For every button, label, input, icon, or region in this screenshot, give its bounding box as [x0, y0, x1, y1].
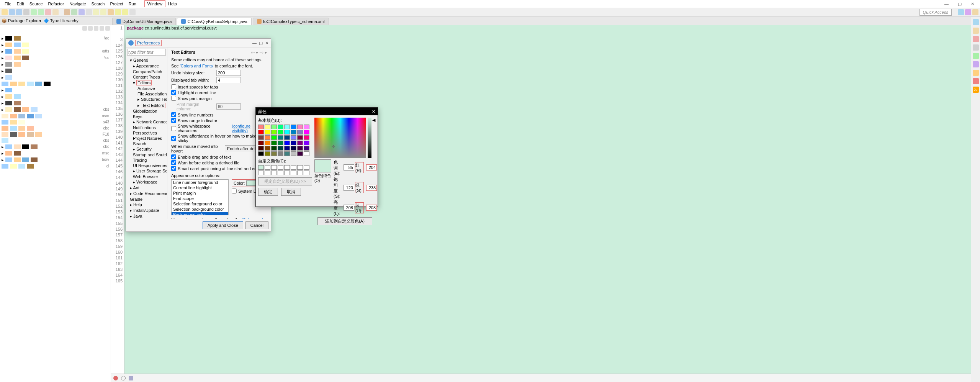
search-view-icon[interactable]: [973, 70, 979, 76]
tree-expand-icon[interactable]: ▸: [2, 62, 4, 67]
last-edit-icon[interactable]: [108, 9, 114, 15]
outline-icon[interactable]: [973, 19, 979, 25]
menu-source[interactable]: Source: [27, 1, 46, 7]
chk-highlight-line[interactable]: [171, 90, 176, 95]
hue-input[interactable]: [344, 164, 354, 171]
coverage-icon[interactable]: [45, 9, 51, 15]
chk-whitespace[interactable]: [171, 126, 176, 131]
save-all-icon[interactable]: [16, 9, 22, 15]
search-icon[interactable]: [86, 9, 92, 15]
prefs-nav-arrows[interactable]: ⇦ ▾ ⇨ ▾: [251, 50, 267, 55]
minimize-icon[interactable]: —: [942, 1, 951, 7]
chk-sys-default[interactable]: [232, 189, 237, 193]
menu-file[interactable]: File: [2, 1, 14, 7]
prefs-tree[interactable]: ▾ General ▸ Appearance Compare/Patch Con…: [126, 57, 167, 219]
save-icon[interactable]: [9, 9, 15, 15]
type-hierarchy-tab[interactable]: 🔷 Type Hierarchy: [44, 18, 79, 23]
link-editor-icon[interactable]: [88, 26, 93, 31]
chk-hover[interactable]: [171, 136, 176, 141]
tree-expand-icon[interactable]: ▸: [2, 75, 4, 80]
b-input[interactable]: [366, 205, 377, 211]
chk-warn-derived[interactable]: [171, 160, 176, 165]
error-log-icon[interactable]: [973, 78, 979, 84]
chk-line-numbers[interactable]: [171, 112, 176, 117]
r-input[interactable]: [366, 164, 377, 171]
overview-icon[interactable]: [129, 376, 133, 380]
pkg-tree[interactable]: ▸\ac ▸ ▸\atts ▸\cc ▸ ▸ ▸ ▸ ▸ ▸ ▸cbs osm …: [0, 33, 111, 382]
ext-tools-icon[interactable]: [52, 9, 59, 15]
tree-expand-icon[interactable]: ▸: [2, 94, 4, 99]
custom-colors-grid[interactable]: [258, 165, 312, 175]
menu-project[interactable]: Project: [107, 1, 126, 7]
perspective-java-icon[interactable]: [958, 9, 964, 15]
open-type-icon[interactable]: [79, 9, 85, 15]
chk-dnd[interactable]: [171, 154, 176, 159]
sat-input[interactable]: [344, 185, 354, 191]
close-icon[interactable]: ✕: [968, 1, 977, 7]
forward-icon[interactable]: [122, 9, 128, 15]
tree-expand-icon[interactable]: ▸: [2, 144, 4, 149]
pin-icon[interactable]: [129, 9, 136, 15]
minimize-view-icon[interactable]: [100, 26, 104, 31]
editor-tab-active[interactable]: CfCusvQryKehuxxSvtpImpl.java: [177, 18, 252, 25]
basic-colors-grid[interactable]: [258, 125, 312, 156]
tree-expand-icon[interactable]: ▸: [2, 88, 4, 93]
menu-edit[interactable]: Edit: [14, 1, 27, 7]
color-ok-button[interactable]: 确定: [258, 188, 278, 196]
tree-expand-icon[interactable]: ▸: [2, 157, 4, 162]
tree-expand-icon[interactable]: ▸: [2, 36, 4, 41]
bookmarks-icon[interactable]: [973, 61, 979, 67]
perspective-debug-icon[interactable]: [965, 9, 971, 15]
pkg-explorer-tab[interactable]: 📦 Package Explorer: [2, 18, 41, 23]
quick-access-input[interactable]: Quick Access: [919, 9, 952, 16]
menu-window[interactable]: Window: [144, 0, 165, 7]
menu-search[interactable]: Search: [89, 1, 108, 7]
back-icon[interactable]: [115, 9, 121, 15]
tree-expand-icon[interactable]: ▸: [2, 101, 4, 106]
tree-expand-icon[interactable]: ▸: [2, 56, 4, 61]
g-input[interactable]: [366, 185, 377, 191]
color-gradient[interactable]: ✛: [314, 118, 366, 158]
maximize-icon[interactable]: ▢: [955, 1, 964, 7]
chk-insert-spaces[interactable]: [171, 84, 176, 89]
breakpoint-icon[interactable]: [113, 376, 118, 380]
new-icon[interactable]: [2, 9, 8, 15]
prefs-minimize-icon[interactable]: —: [252, 41, 257, 46]
run-icon[interactable]: [38, 9, 44, 15]
menu-run[interactable]: Run: [126, 1, 139, 7]
filter-input[interactable]: [127, 49, 166, 56]
lum-arrow-icon[interactable]: ◀: [372, 118, 375, 158]
undo-input[interactable]: [216, 70, 241, 76]
menu-refactor[interactable]: Refactor: [46, 1, 67, 7]
apply-close-button[interactable]: Apply and Close: [203, 221, 243, 229]
debug-icon[interactable]: [31, 9, 37, 15]
tree-expand-icon[interactable]: ▸: [2, 43, 4, 48]
editor-tab[interactable]: DpCommUtilManager.java: [112, 18, 176, 25]
chk-smart-caret[interactable]: [171, 166, 176, 171]
view-menu-icon[interactable]: [94, 26, 98, 31]
luminosity-slider[interactable]: [368, 118, 371, 158]
tasks-icon[interactable]: [973, 28, 979, 34]
color-cancel-button[interactable]: 取消: [281, 188, 301, 196]
color-options-list[interactable]: Line number foregroundCurrent line highl…: [171, 179, 229, 215]
new-class-icon[interactable]: [71, 9, 77, 15]
record-icon[interactable]: [121, 376, 126, 380]
menu-navigate[interactable]: Navigate: [67, 1, 88, 7]
color-dialog-close-icon[interactable]: ✕: [372, 109, 375, 114]
tabwidth-input[interactable]: [216, 77, 241, 83]
chk-print-margin[interactable]: [171, 96, 176, 101]
colors-fonts-link[interactable]: 'Colors and Fonts': [180, 64, 214, 68]
crosshair-icon[interactable]: ✛: [332, 144, 335, 149]
collapse-all-icon[interactable]: [82, 26, 87, 31]
annotation-next-icon[interactable]: [100, 9, 106, 15]
maximize-view-icon[interactable]: [105, 26, 110, 31]
editor-tab[interactable]: IoCfComplexType.c_schema.xml: [253, 18, 329, 25]
tree-expand-icon[interactable]: ▸: [2, 151, 4, 156]
problems-icon[interactable]: [973, 36, 979, 42]
build-icon[interactable]: [23, 9, 29, 15]
console-icon[interactable]: [973, 44, 979, 51]
new-package-icon[interactable]: [64, 9, 70, 15]
menu-help[interactable]: Help: [165, 1, 180, 7]
annotation-prev-icon[interactable]: [93, 9, 99, 15]
junit-icon[interactable]: Ju: [973, 87, 979, 93]
